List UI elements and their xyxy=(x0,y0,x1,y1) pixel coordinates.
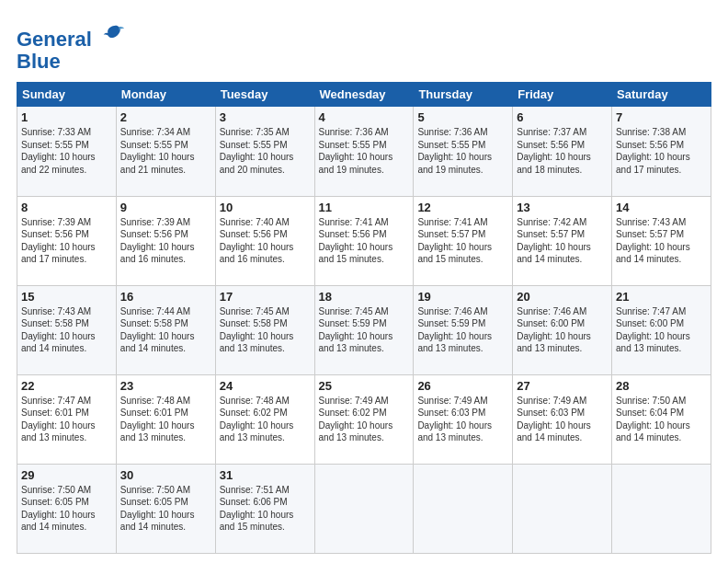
calendar-cell: 21Sunrise: 7:47 AMSunset: 6:00 PMDayligh… xyxy=(612,285,711,374)
calendar-cell: 31Sunrise: 7:51 AMSunset: 6:06 PMDayligh… xyxy=(215,464,314,553)
day-number: 19 xyxy=(417,290,508,304)
calendar-cell xyxy=(612,464,711,553)
day-number: 20 xyxy=(517,290,608,304)
calendar-cell: 13Sunrise: 7:42 AMSunset: 5:57 PMDayligh… xyxy=(513,196,612,285)
calendar-week-1: 1Sunrise: 7:33 AMSunset: 5:55 PMDaylight… xyxy=(17,107,711,196)
day-number: 17 xyxy=(220,290,311,304)
calendar-week-2: 8Sunrise: 7:39 AMSunset: 5:56 PMDaylight… xyxy=(17,196,711,285)
calendar-cell: 19Sunrise: 7:46 AMSunset: 5:59 PMDayligh… xyxy=(414,285,513,374)
day-number: 11 xyxy=(319,201,410,214)
calendar-cell: 5Sunrise: 7:36 AMSunset: 5:55 PMDaylight… xyxy=(414,107,513,196)
cell-info: Sunrise: 7:51 AMSunset: 6:06 PMDaylight:… xyxy=(220,485,294,533)
calendar-cell: 2Sunrise: 7:34 AMSunset: 5:55 PMDaylight… xyxy=(116,107,215,196)
calendar-week-4: 22Sunrise: 7:47 AMSunset: 6:01 PMDayligh… xyxy=(17,374,711,464)
calendar-cell: 16Sunrise: 7:44 AMSunset: 5:58 PMDayligh… xyxy=(116,285,215,374)
cell-info: Sunrise: 7:49 AMSunset: 6:02 PMDaylight:… xyxy=(319,396,393,443)
day-number: 16 xyxy=(120,290,211,304)
page: General Blue SundayMondayTuesdayWednesda… xyxy=(0,0,728,563)
day-number: 25 xyxy=(319,379,410,393)
cell-info: Sunrise: 7:48 AMSunset: 6:02 PMDaylight:… xyxy=(220,396,294,443)
cell-info: Sunrise: 7:45 AMSunset: 5:58 PMDaylight:… xyxy=(220,306,294,354)
day-number: 23 xyxy=(120,379,211,393)
day-number: 9 xyxy=(120,201,211,214)
day-number: 18 xyxy=(319,290,410,304)
calendar-cell: 11Sunrise: 7:41 AMSunset: 5:56 PMDayligh… xyxy=(314,196,414,285)
day-number: 2 xyxy=(120,110,211,124)
header-sunday: Sunday xyxy=(17,83,117,107)
calendar-cell: 22Sunrise: 7:47 AMSunset: 6:01 PMDayligh… xyxy=(17,374,117,464)
day-number: 30 xyxy=(120,468,211,482)
cell-info: Sunrise: 7:49 AMSunset: 6:03 PMDaylight:… xyxy=(517,396,591,443)
calendar-cell: 9Sunrise: 7:39 AMSunset: 5:56 PMDaylight… xyxy=(116,196,215,285)
logo-subtext: Blue xyxy=(17,51,126,73)
cell-info: Sunrise: 7:33 AMSunset: 5:55 PMDaylight:… xyxy=(21,127,96,175)
calendar-cell: 6Sunrise: 7:37 AMSunset: 5:56 PMDaylight… xyxy=(513,107,612,196)
calendar-week-3: 15Sunrise: 7:43 AMSunset: 5:58 PMDayligh… xyxy=(17,285,711,374)
day-number: 10 xyxy=(220,201,311,214)
calendar-cell: 27Sunrise: 7:49 AMSunset: 6:03 PMDayligh… xyxy=(513,374,612,464)
header-thursday: Thursday xyxy=(414,83,513,107)
day-number: 15 xyxy=(21,290,112,304)
header: General Blue xyxy=(17,17,711,73)
cell-info: Sunrise: 7:45 AMSunset: 5:59 PMDaylight:… xyxy=(319,306,393,354)
day-number: 12 xyxy=(417,201,508,214)
day-number: 27 xyxy=(517,379,608,393)
logo: General Blue xyxy=(17,20,126,73)
day-number: 6 xyxy=(517,110,608,124)
cell-info: Sunrise: 7:41 AMSunset: 5:57 PMDaylight:… xyxy=(417,217,492,265)
cell-info: Sunrise: 7:50 AMSunset: 6:05 PMDaylight:… xyxy=(21,485,96,533)
cell-info: Sunrise: 7:36 AMSunset: 5:55 PMDaylight:… xyxy=(417,127,492,175)
header-monday: Monday xyxy=(116,83,215,107)
calendar-cell: 14Sunrise: 7:43 AMSunset: 5:57 PMDayligh… xyxy=(612,196,711,285)
cell-info: Sunrise: 7:44 AMSunset: 5:58 PMDaylight:… xyxy=(120,306,195,354)
day-number: 14 xyxy=(616,201,707,214)
cell-info: Sunrise: 7:35 AMSunset: 5:55 PMDaylight:… xyxy=(220,127,294,175)
header-friday: Friday xyxy=(513,83,612,107)
calendar-cell: 3Sunrise: 7:35 AMSunset: 5:55 PMDaylight… xyxy=(215,107,314,196)
cell-info: Sunrise: 7:38 AMSunset: 5:56 PMDaylight:… xyxy=(616,127,690,175)
calendar-cell: 17Sunrise: 7:45 AMSunset: 5:58 PMDayligh… xyxy=(215,285,314,374)
logo-bird-icon xyxy=(100,20,126,46)
day-number: 7 xyxy=(616,110,707,124)
calendar-cell: 25Sunrise: 7:49 AMSunset: 6:02 PMDayligh… xyxy=(314,374,414,464)
day-number: 29 xyxy=(21,468,112,482)
day-number: 4 xyxy=(319,110,410,124)
logo-text: General xyxy=(17,20,126,51)
day-number: 24 xyxy=(220,379,311,393)
cell-info: Sunrise: 7:34 AMSunset: 5:55 PMDaylight:… xyxy=(120,127,195,175)
cell-info: Sunrise: 7:48 AMSunset: 6:01 PMDaylight:… xyxy=(120,396,195,443)
cell-info: Sunrise: 7:41 AMSunset: 5:56 PMDaylight:… xyxy=(319,217,393,265)
calendar-cell: 8Sunrise: 7:39 AMSunset: 5:56 PMDaylight… xyxy=(17,196,117,285)
day-number: 22 xyxy=(21,379,112,393)
day-number: 21 xyxy=(616,290,707,304)
cell-info: Sunrise: 7:47 AMSunset: 6:01 PMDaylight:… xyxy=(21,396,96,443)
calendar-table: SundayMondayTuesdayWednesdayThursdayFrid… xyxy=(17,82,711,554)
day-number: 13 xyxy=(517,201,608,214)
cell-info: Sunrise: 7:36 AMSunset: 5:55 PMDaylight:… xyxy=(319,127,393,175)
calendar-cell xyxy=(513,464,612,553)
cell-info: Sunrise: 7:43 AMSunset: 5:58 PMDaylight:… xyxy=(21,306,96,354)
day-number: 31 xyxy=(220,468,311,482)
header-saturday: Saturday xyxy=(612,83,711,107)
calendar-cell: 10Sunrise: 7:40 AMSunset: 5:56 PMDayligh… xyxy=(215,196,314,285)
calendar-cell: 23Sunrise: 7:48 AMSunset: 6:01 PMDayligh… xyxy=(116,374,215,464)
calendar-cell: 28Sunrise: 7:50 AMSunset: 6:04 PMDayligh… xyxy=(612,374,711,464)
day-number: 1 xyxy=(21,110,112,124)
calendar-cell xyxy=(314,464,414,553)
calendar-cell: 24Sunrise: 7:48 AMSunset: 6:02 PMDayligh… xyxy=(215,374,314,464)
calendar-cell: 4Sunrise: 7:36 AMSunset: 5:55 PMDaylight… xyxy=(314,107,414,196)
calendar-header-row: SundayMondayTuesdayWednesdayThursdayFrid… xyxy=(17,83,711,107)
cell-info: Sunrise: 7:39 AMSunset: 5:56 PMDaylight:… xyxy=(120,217,195,265)
day-number: 3 xyxy=(220,110,311,124)
cell-info: Sunrise: 7:46 AMSunset: 6:00 PMDaylight:… xyxy=(517,306,591,354)
cell-info: Sunrise: 7:49 AMSunset: 6:03 PMDaylight:… xyxy=(417,396,492,443)
day-number: 26 xyxy=(417,379,508,393)
calendar-cell: 12Sunrise: 7:41 AMSunset: 5:57 PMDayligh… xyxy=(414,196,513,285)
cell-info: Sunrise: 7:47 AMSunset: 6:00 PMDaylight:… xyxy=(616,306,690,354)
day-number: 8 xyxy=(21,201,112,214)
cell-info: Sunrise: 7:42 AMSunset: 5:57 PMDaylight:… xyxy=(517,217,591,265)
calendar-week-5: 29Sunrise: 7:50 AMSunset: 6:05 PMDayligh… xyxy=(17,464,711,553)
day-number: 5 xyxy=(417,110,508,124)
calendar-cell: 26Sunrise: 7:49 AMSunset: 6:03 PMDayligh… xyxy=(414,374,513,464)
cell-info: Sunrise: 7:40 AMSunset: 5:56 PMDaylight:… xyxy=(220,217,294,265)
